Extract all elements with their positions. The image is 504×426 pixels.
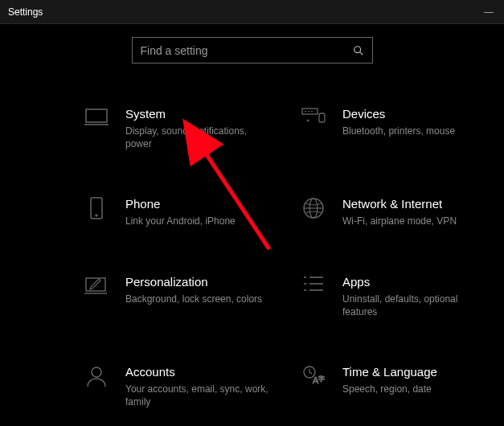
titlebar: Settings — (0, 0, 504, 24)
network-icon (301, 197, 326, 223)
svg-rect-15 (86, 278, 105, 291)
card-desc: Background, lock screen, colors (125, 293, 270, 305)
card-personalization[interactable]: Personalization Background, lock screen,… (84, 275, 301, 318)
svg-point-23 (92, 367, 101, 377)
card-system[interactable]: System Display, sound, notifications, po… (84, 107, 301, 150)
svg-line-1 (359, 51, 362, 54)
minimize-button[interactable]: — (484, 6, 493, 18)
card-desc: Uninstall, defaults, optional features (342, 293, 487, 318)
card-desc: Speech, region, date (342, 383, 487, 395)
settings-grid: System Display, sound, notifications, po… (0, 107, 504, 408)
time-language-icon: A 字 (301, 365, 326, 391)
system-icon (84, 107, 109, 133)
card-desc: Wi-Fi, airplane mode, VPN (342, 215, 487, 227)
window-title: Settings (6, 6, 43, 18)
card-desc: Display, sound, notifications, power (125, 125, 270, 150)
card-phone[interactable]: Phone Link your Android, iPhone (84, 197, 301, 227)
search-input[interactable]: Find a setting (132, 37, 373, 63)
devices-icon (301, 107, 326, 133)
card-title: Phone (125, 197, 301, 211)
search-icon (353, 45, 364, 56)
svg-text:字: 字 (318, 375, 325, 383)
card-accounts[interactable]: Accounts Your accounts, email, sync, wor… (84, 365, 301, 408)
card-desc: Your accounts, email, sync, work, family (125, 383, 270, 408)
svg-point-0 (354, 46, 360, 52)
search-placeholder: Find a setting (141, 44, 208, 57)
svg-point-11 (96, 215, 97, 216)
svg-rect-2 (86, 109, 107, 122)
card-desc: Link your Android, iPhone (125, 215, 270, 227)
card-title: System (125, 107, 301, 121)
svg-rect-4 (302, 109, 318, 114)
window-buttons: — (484, 6, 498, 18)
card-title: Time & Language (342, 365, 487, 379)
content-area: Find a setting System Display, sound, no… (0, 24, 504, 408)
card-network[interactable]: Network & Internet Wi-Fi, airplane mode,… (301, 197, 487, 227)
card-time[interactable]: A 字 Time & Language Speech, region, date (301, 365, 487, 408)
svg-rect-8 (319, 113, 325, 122)
card-title: Devices (342, 107, 487, 121)
apps-icon (301, 275, 326, 301)
card-apps[interactable]: Apps Uninstall, defaults, optional featu… (301, 275, 487, 318)
card-title: Accounts (125, 365, 301, 379)
card-devices[interactable]: Devices Bluetooth, printers, mouse (301, 107, 487, 150)
svg-line-26 (309, 372, 312, 374)
card-title: Personalization (125, 275, 301, 289)
svg-point-9 (307, 120, 309, 121)
card-desc: Bluetooth, printers, mouse (342, 125, 487, 137)
accounts-icon (84, 365, 109, 391)
card-title: Apps (342, 275, 487, 289)
phone-icon (84, 197, 109, 223)
card-title: Network & Internet (342, 197, 487, 211)
personalization-icon (84, 275, 109, 301)
